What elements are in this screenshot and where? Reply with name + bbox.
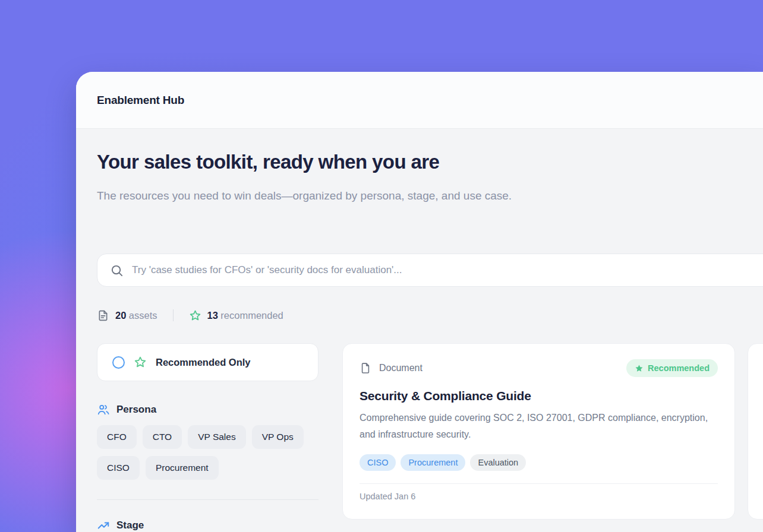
persona-section-header: Persona [97, 403, 319, 416]
sidebar-divider [97, 499, 319, 500]
recommended-only-label: Recommended Only [156, 357, 251, 368]
star-icon [134, 356, 147, 369]
persona-chip-list: CFOCTOVP SalesVP OpsCISOProcurement [97, 425, 319, 480]
card-tag: Evaluation [470, 454, 526, 471]
trending-up-icon [97, 519, 110, 532]
app-title: Enablement Hub [97, 94, 184, 107]
card-tag: Procurement [401, 454, 465, 471]
persona-chip[interactable]: CTO [143, 425, 182, 449]
recommended-label: recommended [220, 310, 283, 321]
recommended-badge-label: Recommended [648, 363, 710, 373]
file-text-icon [97, 309, 109, 322]
persona-chip[interactable]: VP Ops [252, 425, 304, 449]
filter-sidebar: Recommended Only Persona CFOCTOVP SalesV… [97, 343, 319, 532]
card-title: Security & Compliance Guide [360, 389, 718, 403]
card-updated: Updated Jan 6 [360, 492, 718, 501]
assets-count: 20 [115, 310, 126, 321]
card-tag: CISO [360, 454, 396, 471]
stats-row: 20 assets 13 recommended [97, 306, 283, 324]
card-type-label: Document [379, 363, 423, 373]
assets-label: assets [129, 310, 157, 321]
stage-section-header: Stage [97, 519, 319, 532]
persona-chip[interactable]: VP Sales [188, 425, 245, 449]
asset-card-partial[interactable] [748, 343, 763, 520]
users-icon [97, 403, 110, 416]
card-type-row: Document Recommended [360, 359, 718, 377]
persona-chip[interactable]: Procurement [146, 456, 219, 480]
persona-chip[interactable]: CISO [97, 456, 140, 480]
recommended-only-toggle[interactable]: Recommended Only [97, 343, 319, 381]
window-header: Enablement Hub [76, 72, 763, 129]
star-icon [189, 309, 201, 322]
card-description: Comprehensive guide covering SOC 2, ISO … [360, 410, 710, 443]
page-title: Your sales toolkit, ready when you are [97, 151, 439, 173]
stats-divider [173, 309, 174, 321]
card-divider [360, 483, 718, 484]
card-tag-list: CISOProcurementEvaluation [360, 454, 718, 471]
search-input[interactable] [132, 264, 763, 276]
search-bar[interactable] [97, 254, 763, 287]
stage-section-title: Stage [116, 520, 144, 531]
persona-section-title: Persona [116, 404, 156, 416]
recommended-count: 13 [207, 310, 218, 321]
star-filled-icon [635, 364, 644, 373]
search-icon [110, 264, 124, 277]
recommended-badge: Recommended [626, 359, 718, 377]
asset-card[interactable]: Document Recommended Security & Complian… [342, 343, 735, 520]
radio-circle-icon[interactable] [112, 356, 125, 369]
app-window: Enablement Hub Your sales toolkit, ready… [76, 72, 763, 532]
page-subtitle: The resources you need to win deals—orga… [97, 185, 581, 207]
document-icon [360, 361, 371, 375]
persona-chip[interactable]: CFO [97, 425, 137, 449]
